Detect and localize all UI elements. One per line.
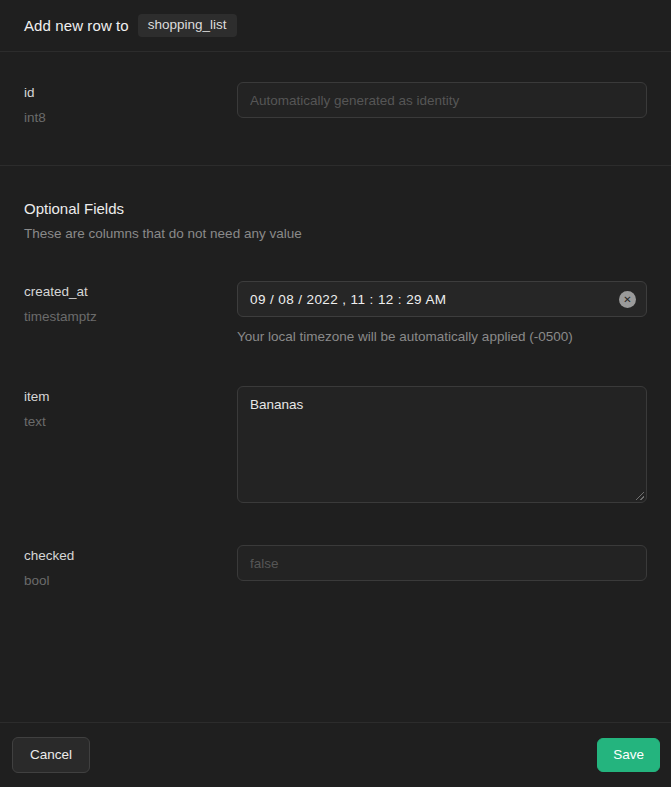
field-label-item: item [24,389,237,404]
field-control-created-at: 09 / 08 / 2022 , 11 : 12 : 29 AM ✕ Your … [237,281,647,344]
field-row-checked: checked bool [24,545,647,588]
item-textarea[interactable]: Bananas [237,386,647,503]
field-label-created-at: created_at [24,284,237,299]
created-at-value: 09 / 08 / 2022 , 11 : 12 : 29 AM [250,292,619,307]
required-fields-section: id int8 [0,52,671,166]
item-textarea-wrap: Bananas [237,386,647,503]
checked-input[interactable] [237,545,647,581]
created-at-datetime-input[interactable]: 09 / 08 / 2022 , 11 : 12 : 29 AM ✕ [237,281,647,317]
field-row-item: item text Bananas [24,386,647,503]
optional-fields-title: Optional Fields [24,200,647,217]
field-control-item: Bananas [237,386,647,503]
field-row-id: id int8 [24,82,647,125]
field-type-checked: bool [24,573,237,588]
save-button[interactable]: Save [597,738,660,773]
panel-footer: Cancel Save [0,722,671,787]
field-labels-checked: checked bool [24,545,237,588]
optional-fields-section: Optional Fields These are columns that d… [0,166,671,722]
optional-fields-subtitle: These are columns that do not need any v… [24,226,647,241]
field-type-created-at: timestamptz [24,309,237,324]
field-type-item: text [24,414,237,429]
field-label-id: id [24,85,237,100]
add-row-panel: Add new row to shopping_list id int8 Opt… [0,0,671,787]
field-labels-item: item text [24,386,237,429]
panel-header: Add new row to shopping_list [0,0,671,52]
cancel-button[interactable]: Cancel [12,737,90,774]
field-control-checked [237,545,647,581]
table-name-badge: shopping_list [138,14,237,37]
panel-title: Add new row to [24,17,129,34]
field-control-id [237,82,647,118]
field-label-checked: checked [24,548,237,563]
field-labels-id: id int8 [24,82,237,125]
field-labels-created-at: created_at timestamptz [24,281,237,324]
clear-icon[interactable]: ✕ [619,291,636,308]
field-type-id: int8 [24,110,237,125]
timezone-helper-text: Your local timezone will be automaticall… [237,329,647,344]
id-input[interactable] [237,82,647,118]
field-row-created-at: created_at timestamptz 09 / 08 / 2022 , … [24,281,647,344]
